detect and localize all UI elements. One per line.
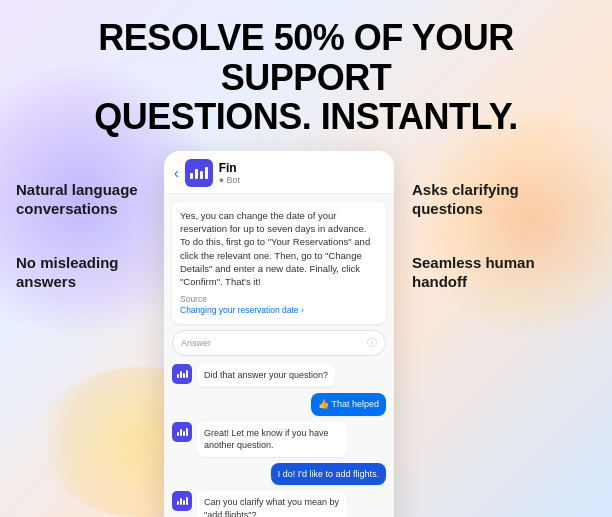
bot-message-1: Yes, you can change the date of your res… — [180, 210, 370, 287]
bot-question-1: Did that answer your question? — [197, 364, 335, 387]
feature-human-handoff: Seamless human handoff — [412, 254, 542, 292]
message-row-flights: I do! I'd like to add flights. — [172, 463, 386, 486]
bot-info-bubble: Yes, you can change the date of your res… — [172, 202, 386, 325]
bot-avatar-2 — [172, 422, 192, 442]
feature-clarifying: Asks clarifying questions — [412, 181, 542, 219]
sbar3 — [183, 373, 185, 378]
sbar1c — [177, 501, 179, 505]
bot-message-2: Great! Let me know if you have another q… — [197, 422, 347, 457]
answer-info-icon: ⓘ — [367, 336, 377, 350]
feature-no-misleading: No misleading answers — [16, 254, 156, 292]
bar2 — [195, 169, 198, 179]
agent-subtitle: ● Bot — [219, 175, 384, 185]
headline: RESOLVE 50% OF YOUR SUPPORT QUESTIONS. I… — [24, 18, 588, 137]
message-row-question1: Did that answer your question? — [172, 364, 386, 387]
right-labels: Asks clarifying questions Seamless human… — [402, 151, 542, 328]
chat-window: ‹ Fin ● Bot Yes, you — [164, 151, 394, 517]
agent-name: Fin — [219, 161, 384, 175]
avatar-bars-sm3 — [177, 497, 188, 505]
bot-avatar-3 — [172, 491, 192, 511]
feature-natural-language: Natural language conversations — [16, 181, 156, 219]
bot-avatar-1 — [172, 364, 192, 384]
message-row-clarify: Can you clarify what you mean by "add fl… — [172, 491, 386, 517]
message-row-helped: 👍 That helped — [172, 393, 386, 416]
answer-placeholder: Answer — [181, 338, 363, 348]
bar1 — [190, 173, 193, 179]
chat-body: Yes, you can change the date of your res… — [164, 194, 394, 517]
sbar4 — [186, 370, 188, 378]
sbar3b — [183, 431, 185, 436]
source-label: Source Changing your reservation date › — [180, 294, 378, 318]
agent-info: Fin ● Bot — [219, 161, 384, 185]
user-response-helped[interactable]: 👍 That helped — [311, 393, 386, 416]
headline-line1: RESOLVE 50% OF YOUR SUPPORT — [24, 18, 588, 97]
sbar1 — [177, 374, 179, 378]
bot-clarify: Can you clarify what you mean by "add fl… — [197, 491, 347, 517]
sbar2 — [180, 371, 182, 378]
bar4 — [205, 167, 208, 179]
agent-avatar — [185, 159, 213, 187]
chat-header: ‹ Fin ● Bot — [164, 151, 394, 194]
avatar-bars — [187, 164, 211, 182]
avatar-bars-sm — [177, 370, 188, 378]
sbar4b — [186, 428, 188, 436]
sbar1b — [177, 432, 179, 436]
back-button[interactable]: ‹ — [174, 165, 179, 181]
avatar-bars-sm2 — [177, 428, 188, 436]
sbar4c — [186, 497, 188, 505]
sbar3c — [183, 500, 185, 505]
sbar2c — [180, 498, 182, 505]
bar3 — [200, 171, 203, 179]
source-link[interactable]: Changing your reservation date › — [180, 305, 304, 315]
headline-line2: QUESTIONS. INSTANTLY. — [24, 97, 588, 137]
sbar2b — [180, 429, 182, 436]
header: RESOLVE 50% OF YOUR SUPPORT QUESTIONS. I… — [0, 0, 612, 147]
main-area: Natural language conversations No mislea… — [0, 151, 612, 517]
message-row-bot2: Great! Let me know if you have another q… — [172, 422, 386, 457]
left-labels: Natural language conversations No mislea… — [16, 151, 156, 328]
answer-row[interactable]: Answer ⓘ — [172, 330, 386, 356]
user-response-flights[interactable]: I do! I'd like to add flights. — [271, 463, 386, 486]
